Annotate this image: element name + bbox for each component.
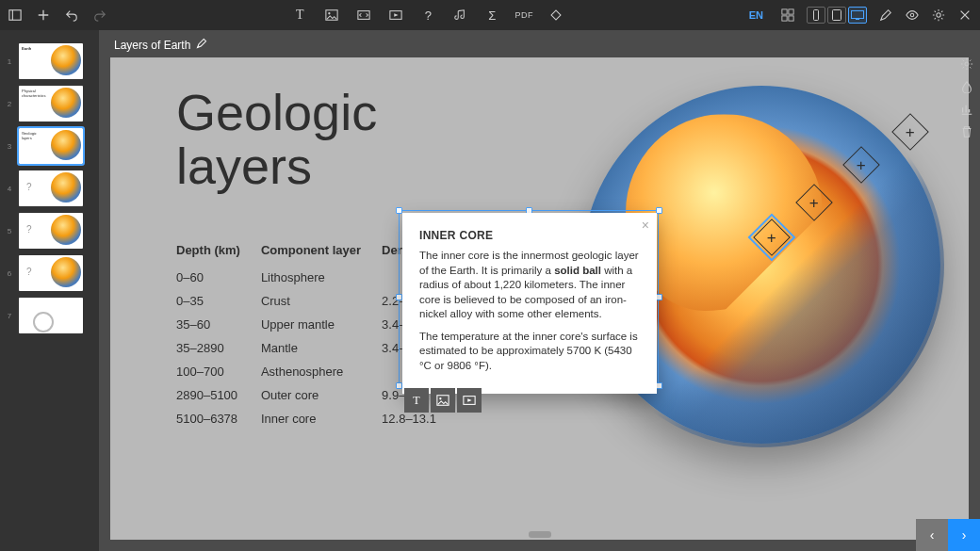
svg-point-20 bbox=[965, 62, 969, 66]
slide-canvas[interactable]: Geologiclayers Depth (km) Component laye… bbox=[110, 57, 969, 540]
thumb-number: 1 bbox=[4, 57, 15, 66]
thumbnail-6[interactable]: ? bbox=[19, 255, 83, 291]
svg-rect-7 bbox=[782, 9, 787, 14]
hotspot-crust[interactable]: + bbox=[891, 113, 929, 151]
resize-handle[interactable] bbox=[396, 294, 402, 300]
panel-drag-handle[interactable] bbox=[529, 531, 551, 538]
thumb-number: 5 bbox=[4, 227, 15, 235]
pdf-tool-icon[interactable]: PDF bbox=[516, 8, 531, 23]
device-phone[interactable] bbox=[807, 7, 825, 24]
svg-rect-6 bbox=[551, 10, 561, 20]
element-quickbar: T bbox=[404, 388, 482, 413]
svg-rect-13 bbox=[852, 11, 864, 19]
language-button[interactable]: EN bbox=[749, 9, 763, 21]
thumb-number: 7 bbox=[4, 312, 15, 320]
presentation-title: Layers of Earth bbox=[114, 39, 190, 52]
layout-dropdown-icon[interactable] bbox=[8, 8, 23, 23]
rename-title-icon[interactable] bbox=[196, 38, 207, 52]
grid-view-icon[interactable] bbox=[780, 8, 795, 23]
next-slide-button[interactable]: › bbox=[948, 519, 980, 551]
chart-icon[interactable] bbox=[959, 102, 974, 117]
svg-rect-11 bbox=[814, 10, 819, 21]
resize-handle[interactable] bbox=[396, 207, 402, 214]
popup-paragraph: The inner core is the innermost geologic… bbox=[419, 249, 640, 322]
embed-tool-icon[interactable] bbox=[356, 8, 371, 23]
table-header-component: Component layer bbox=[261, 243, 380, 265]
svg-rect-12 bbox=[833, 10, 841, 21]
table-header-depth: Depth (km) bbox=[176, 243, 259, 265]
quickbar-text-icon[interactable]: T bbox=[404, 388, 429, 413]
image-tool-icon[interactable] bbox=[324, 8, 339, 23]
thumb-number: 2 bbox=[4, 100, 15, 108]
thumbnail-5[interactable]: ? bbox=[19, 213, 83, 249]
resize-handle[interactable] bbox=[396, 382, 402, 389]
thumbnail-1[interactable]: Earth bbox=[19, 43, 83, 79]
thumbnail-3[interactable]: Geologiclayers bbox=[19, 128, 83, 164]
thumbnail-2[interactable]: Physicalcharacteristics bbox=[19, 86, 83, 122]
properties-icon[interactable] bbox=[959, 57, 974, 72]
resize-handle[interactable] bbox=[656, 294, 662, 300]
prev-slide-button[interactable]: ‹ bbox=[916, 519, 948, 551]
svg-rect-10 bbox=[789, 16, 793, 21]
top-toolbar: T ? Σ PDF EN bbox=[0, 0, 980, 30]
help-tool-icon[interactable]: ? bbox=[420, 8, 435, 23]
shape-tool-icon[interactable] bbox=[548, 8, 564, 23]
add-icon[interactable] bbox=[36, 8, 51, 23]
water-drop-icon[interactable] bbox=[959, 79, 974, 94]
thumb-number: 6 bbox=[4, 269, 15, 278]
device-tablet[interactable] bbox=[827, 7, 846, 24]
thumb-number: 4 bbox=[4, 185, 15, 193]
thumbnail-4[interactable]: ? bbox=[19, 170, 83, 206]
svg-point-18 bbox=[439, 397, 441, 399]
svg-rect-9 bbox=[782, 16, 787, 21]
popup-title: INNER CORE bbox=[419, 228, 640, 243]
svg-point-16 bbox=[937, 13, 940, 17]
video-tool-icon[interactable] bbox=[388, 8, 403, 23]
close-icon[interactable] bbox=[957, 8, 972, 23]
text-tool-icon[interactable]: T bbox=[292, 8, 307, 23]
thumb-number: 3 bbox=[4, 142, 15, 151]
undo-icon[interactable] bbox=[64, 8, 79, 23]
edit-mode-icon[interactable] bbox=[878, 8, 893, 23]
resize-handle[interactable] bbox=[656, 382, 662, 389]
thumbnail-7[interactable] bbox=[19, 298, 83, 333]
quickbar-video-icon[interactable] bbox=[457, 388, 482, 413]
formula-tool-icon[interactable]: Σ bbox=[484, 8, 499, 23]
settings-icon[interactable] bbox=[931, 8, 946, 23]
right-sidebar bbox=[954, 57, 980, 139]
svg-rect-0 bbox=[9, 10, 21, 21]
quickbar-image-icon[interactable] bbox=[431, 388, 455, 413]
preview-icon[interactable] bbox=[905, 8, 920, 23]
resize-handle[interactable] bbox=[656, 207, 662, 214]
redo-icon[interactable] bbox=[92, 8, 107, 23]
device-desktop[interactable] bbox=[848, 7, 867, 24]
slide-title: Geologiclayers bbox=[176, 86, 377, 192]
info-popup[interactable]: × INNER CORE The inner core is the inner… bbox=[402, 213, 657, 394]
delete-icon[interactable] bbox=[959, 124, 974, 139]
popup-paragraph: The temperature at the inner core's surf… bbox=[419, 330, 640, 374]
svg-point-3 bbox=[329, 12, 331, 14]
popup-close-icon[interactable]: × bbox=[642, 217, 649, 235]
svg-rect-8 bbox=[789, 9, 793, 14]
thumbnail-panel: 1Earth 2Physicalcharacteristics 3Geologi… bbox=[0, 30, 99, 551]
svg-point-15 bbox=[910, 13, 914, 17]
audio-tool-icon[interactable] bbox=[452, 8, 467, 23]
